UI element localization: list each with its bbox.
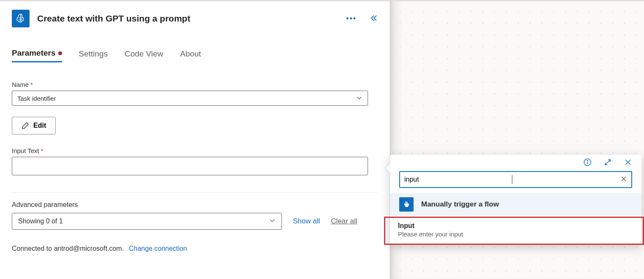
edit-label: Edit [33,122,46,129]
advanced-select[interactable]: Showing 0 of 1 [12,213,282,230]
error-dot-icon [58,51,62,55]
result-input-highlighted[interactable]: Input Please enter your input [384,217,644,245]
name-select[interactable]: Task identifier [12,91,368,106]
chevron-down-icon [356,94,363,102]
tab-settings[interactable]: Settings [79,48,108,62]
chevron-down-icon [269,217,276,225]
trigger-label: Manually trigger a flow [421,200,499,209]
input-text-field[interactable] [12,157,368,175]
svg-point-3 [587,160,588,161]
show-all-link[interactable]: Show all [293,217,320,225]
panel-title: Create text with GPT using a prompt [37,13,338,24]
name-value: Task identifier [17,95,56,102]
expand-icon[interactable] [603,158,612,168]
advanced-select-value: Showing 0 of 1 [18,217,63,225]
collapse-icon[interactable] [369,14,378,24]
search-text[interactable] [404,176,513,183]
clear-all-link[interactable]: Clear all [331,217,357,225]
advanced-parameters-heading: Advanced parameters [12,201,378,209]
tab-code-view[interactable]: Code View [124,48,163,62]
change-connection-link[interactable]: Change connection [129,245,187,252]
manual-trigger-icon [399,197,414,212]
connection-row: Connected to antrod@microsoft.com. Chang… [12,245,378,252]
dynamic-content-popup: Manually trigger a flow Input Please ent… [390,155,641,245]
result-subtitle: Please enter your input [398,231,633,238]
result-title: Input [398,222,633,230]
tab-about[interactable]: About [180,48,201,62]
tab-label: Parameters [12,48,56,58]
connection-email: antrod@microsoft.com. [54,245,124,252]
gpt-action-icon [12,10,30,27]
flow-canvas[interactable]: Manually trigger a flow Input Please ent… [390,1,644,279]
config-panel: Create text with GPT using a prompt ••• … [0,1,390,279]
tabs: Parameters Settings Code View About [12,48,378,62]
input-text-label: Input Text* [12,147,378,154]
divider [12,192,378,193]
info-icon[interactable] [583,158,592,168]
more-icon[interactable]: ••• [346,14,357,23]
clear-search-icon[interactable] [620,175,627,184]
tab-parameters[interactable]: Parameters [12,48,62,62]
dynamic-search-input[interactable] [399,171,632,188]
edit-button[interactable]: Edit [12,117,56,134]
pencil-icon [22,122,29,129]
trigger-group[interactable]: Manually trigger a flow [390,193,641,216]
connection-prefix: Connected to [12,245,54,252]
close-icon[interactable] [624,158,632,168]
name-label: Name* [12,81,378,88]
